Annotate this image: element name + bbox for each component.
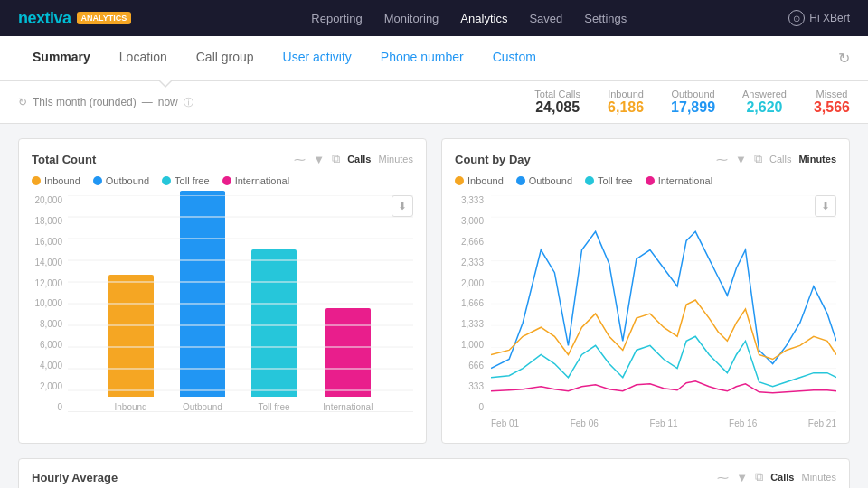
total-calls-stat: Total Calls 24,085: [534, 89, 580, 116]
line-chart-download[interactable]: ⬇: [815, 195, 836, 217]
line-legend-outbound-dot: [516, 176, 525, 185]
nav-settings[interactable]: Settings: [584, 12, 627, 25]
line-inbound: [491, 300, 836, 360]
ly-0: 0: [478, 402, 487, 412]
legend-tollfree-label: Toll free: [175, 175, 210, 186]
tab-user-activity[interactable]: User activity: [269, 36, 366, 81]
period-end: now: [158, 96, 178, 108]
line-chart-title: Count by Day: [455, 153, 709, 166]
hourly-average-bar: Hourly Average ⁓ ▼ ⧉ Calls Minutes: [18, 458, 850, 488]
legend-inbound: Inbound: [32, 175, 80, 186]
line-legend-inbound-dot: [455, 176, 464, 185]
nav-saved[interactable]: Saved: [529, 12, 562, 25]
info-icon: ⓘ: [184, 96, 193, 109]
stats-bar: ↻ This month (rounded) — now ⓘ Total Cal…: [0, 81, 868, 124]
tab-custom[interactable]: Custom: [478, 36, 551, 81]
bar-chart-grid-svg: [68, 195, 413, 412]
hourly-calls-toggle[interactable]: Calls: [770, 472, 794, 483]
bar-y-0: 0: [57, 402, 66, 412]
bar-y-6000: 6,000: [40, 340, 66, 350]
bar-chart-calls-toggle[interactable]: Calls: [347, 154, 371, 164]
inbound-value: 6,186: [608, 99, 644, 116]
answered-value: 2,620: [742, 99, 787, 116]
line-legend-international-label: International: [658, 175, 713, 186]
ly-666: 666: [468, 361, 487, 371]
legend-outbound: Outbound: [93, 175, 149, 186]
line-legend-outbound: Outbound: [516, 175, 572, 186]
line-chart-card: Count by Day ⁓ ▼ ⧉ Calls Minutes Inbound…: [441, 138, 850, 444]
line-chart-minutes-toggle[interactable]: Minutes: [798, 154, 836, 164]
bar-chart-graph-icon[interactable]: ⁓: [294, 153, 306, 166]
legend-outbound-label: Outbound: [106, 175, 149, 186]
ly-2333: 2,333: [461, 258, 487, 267]
ly-1000: 1,000: [461, 340, 487, 350]
line-y-labels: 3,333 3,000 2,666 2,333 2,000 1,666 1,33…: [455, 195, 487, 412]
legend-outbound-dot: [93, 176, 102, 185]
bar-chart-filter-icon[interactable]: ▼: [313, 153, 325, 166]
user-area[interactable]: ⊙ Hi XBert: [788, 10, 850, 26]
logo-text: nextiva: [18, 9, 71, 28]
top-navigation: nextiva ANALYTICS Reporting Monitoring A…: [0, 0, 868, 36]
outbound-stat: Outbound 17,899: [671, 89, 715, 116]
period-info: ↻ This month (rounded) — now ⓘ: [18, 96, 193, 109]
line-tollfree: [491, 336, 836, 386]
legend-inbound-label: Inbound: [44, 175, 80, 186]
line-chart-controls: ⁓ ▼ ⧉ Calls Minutes: [716, 152, 836, 166]
stats-values: Total Calls 24,085 Inbound 6,186 Outboun…: [534, 89, 850, 116]
line-chart-graph-icon[interactable]: ⁓: [716, 153, 728, 166]
missed-stat: Missed 3,566: [814, 89, 850, 116]
tab-phone-number[interactable]: Phone number: [366, 36, 478, 81]
line-chart-svg: [491, 195, 836, 412]
line-chart-filter-icon[interactable]: ▼: [735, 153, 747, 166]
hourly-filter-icon[interactable]: ▼: [736, 471, 748, 484]
outbound-label: Outbound: [671, 89, 715, 99]
line-chart-expand-icon[interactable]: ⧉: [754, 152, 762, 166]
bar-y-8000: 8,000: [40, 319, 66, 329]
tab-location[interactable]: Location: [105, 36, 182, 81]
line-x-labels: Feb 01 Feb 06 Feb 11 Feb 16 Feb 21: [491, 418, 836, 428]
x-feb16: Feb 16: [729, 418, 757, 428]
ly-3000: 3,000: [461, 216, 487, 226]
line-chart-area: 3,333 3,000 2,666 2,333 2,000 1,666 1,33…: [455, 195, 836, 430]
legend-international-label: International: [235, 175, 290, 186]
bar-y-labels: 20,000 18,000 16,000 14,000 12,000 10,00…: [32, 195, 66, 412]
nav-analytics[interactable]: Analytics: [460, 12, 507, 25]
bar-chart-controls: ⁓ ▼ ⧉ Calls Minutes: [294, 152, 413, 166]
line-legend-tollfree-label: Toll free: [598, 175, 633, 186]
user-icon: ⊙: [788, 10, 805, 26]
total-calls-value: 24,085: [534, 99, 580, 116]
line-chart-calls-toggle[interactable]: Calls: [769, 154, 791, 164]
nav-monitoring[interactable]: Monitoring: [384, 12, 439, 25]
inbound-stat: Inbound 6,186: [608, 89, 644, 116]
bar-chart-area: 20,000 18,000 16,000 14,000 12,000 10,00…: [32, 195, 413, 430]
ly-2666: 2,666: [461, 237, 487, 247]
bar-y-20000: 20,000: [34, 195, 66, 205]
ly-1333: 1,333: [461, 319, 487, 329]
bar-y-12000: 12,000: [34, 278, 66, 288]
missed-label: Missed: [814, 89, 850, 99]
nav-reporting[interactable]: Reporting: [311, 12, 362, 25]
ly-3333: 3,333: [461, 195, 487, 205]
period-separator: —: [142, 96, 153, 108]
legend-tollfree: Toll free: [162, 175, 210, 186]
hourly-graph-icon[interactable]: ⁓: [717, 471, 729, 484]
period-label: This month (rounded): [33, 96, 137, 108]
refresh-icon: ↻: [18, 96, 27, 108]
bar-chart-expand-icon[interactable]: ⧉: [332, 152, 340, 166]
tab-indicator: [158, 80, 173, 88]
inbound-label: Inbound: [608, 89, 644, 99]
bar-chart-download[interactable]: ⬇: [392, 195, 413, 217]
tab-refresh-button[interactable]: ↻: [838, 50, 850, 67]
bar-chart-minutes-toggle[interactable]: Minutes: [378, 154, 413, 164]
tab-summary[interactable]: Summary: [18, 36, 105, 81]
legend-inbound-dot: [32, 176, 41, 185]
hourly-expand-icon[interactable]: ⧉: [755, 470, 763, 484]
nav-links: Reporting Monitoring Analytics Saved Set…: [176, 12, 761, 25]
bar-chart-title: Total Count: [32, 153, 287, 166]
main-content: Total Count ⁓ ▼ ⧉ Calls Minutes Inbound …: [0, 124, 868, 488]
hourly-minutes-toggle[interactable]: Minutes: [801, 472, 836, 483]
charts-row: Total Count ⁓ ▼ ⧉ Calls Minutes Inbound …: [18, 138, 850, 444]
line-chart-header: Count by Day ⁓ ▼ ⧉ Calls Minutes: [455, 152, 836, 166]
tab-call-group[interactable]: Call group: [182, 36, 269, 81]
bar-chart-header: Total Count ⁓ ▼ ⧉ Calls Minutes: [32, 152, 413, 166]
